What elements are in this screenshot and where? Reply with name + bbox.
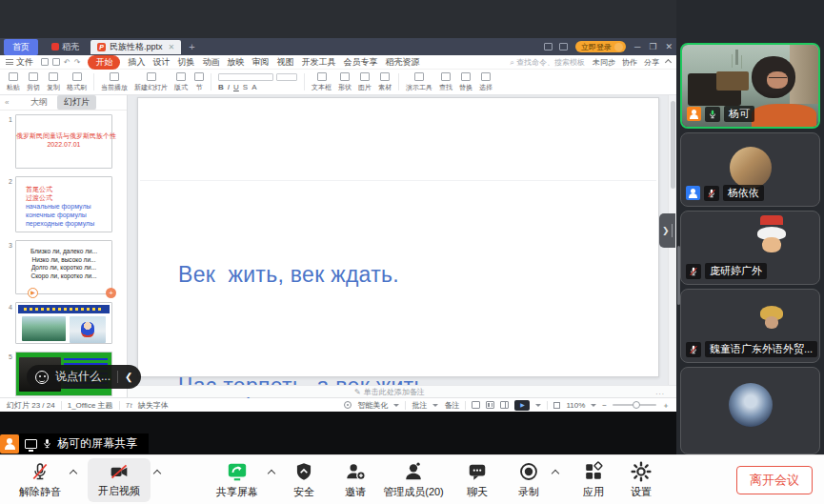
settings-button[interactable]: 设置 [621, 461, 661, 499]
apps-button[interactable]: 应用 [573, 461, 613, 499]
command-search-input[interactable]: ⌕ 查找命令、搜索模板 [510, 57, 585, 68]
invite-button[interactable]: 邀请 [335, 461, 375, 499]
layout-button[interactable]: 版式 [174, 72, 188, 92]
menu-insert[interactable]: 插入 [128, 56, 145, 69]
zoom-in-button[interactable]: ＋ [662, 400, 670, 411]
collapse-panel-icon[interactable]: « [5, 98, 9, 107]
menu-review[interactable]: 审阅 [251, 56, 269, 69]
zoom-out-button[interactable]: − [602, 401, 607, 410]
menu-slideshow[interactable]: 放映 [227, 56, 244, 69]
menu-design[interactable]: 设计 [152, 56, 170, 69]
redo-icon[interactable]: ↷ [74, 58, 81, 67]
unmute-button[interactable]: 解除静音 [13, 461, 67, 499]
undo-icon[interactable]: ↶ [64, 58, 70, 67]
menu-docer-res[interactable]: 稻壳资源 [385, 56, 419, 69]
play-dropdown-icon[interactable] [535, 404, 541, 407]
normal-view-icon[interactable] [472, 401, 480, 409]
quick-chat-bubble[interactable]: 说点什么... ❮ [27, 365, 141, 389]
assets-button[interactable]: 素材 [378, 72, 392, 92]
section-button[interactable]: 节 [194, 72, 204, 92]
fullscreen-icon[interactable] [553, 402, 560, 409]
current-slide[interactable]: Век жить, век ждать. Час терпеть, а век … [137, 97, 659, 377]
underline-button[interactable]: U [233, 83, 239, 91]
bold-button[interactable]: B [218, 83, 224, 91]
start-video-button[interactable]: 开启视频 [88, 458, 151, 502]
font-color-button[interactable]: A [251, 83, 256, 91]
play-current-button[interactable]: 当前播放 [101, 72, 128, 92]
participant-tile-yangyiyi[interactable]: 杨依依 [680, 132, 820, 207]
theme-name[interactable]: 1_Office 主题 [68, 400, 113, 411]
close-tab-icon[interactable]: ✕ [169, 43, 175, 51]
menu-devtools[interactable]: 开发工具 [301, 56, 335, 69]
participant-tile-weitongyu[interactable]: 魏童语广东外语外贸... [680, 289, 820, 363]
participant-tile-partial[interactable] [680, 367, 820, 454]
zoom-slider-knob[interactable] [633, 401, 640, 409]
textbox-button[interactable]: 文本框 [312, 72, 332, 92]
sidebar-collapse-handle[interactable]: ❯ [659, 213, 675, 248]
emoji-icon[interactable] [35, 371, 49, 384]
missing-font-label[interactable]: 缺失字体 [138, 400, 169, 411]
save-icon[interactable] [41, 58, 49, 66]
participant-tile-pangyanting[interactable]: 庞研婷广外 [680, 211, 820, 285]
leave-meeting-button[interactable]: 离开会议 [736, 466, 813, 494]
participant-tile-yangke[interactable]: 杨可 [680, 43, 820, 129]
italic-button[interactable]: I [228, 83, 230, 91]
add-slide-icon[interactable]: + [106, 288, 116, 298]
share-options-chevron[interactable] [268, 469, 275, 476]
menu-transition[interactable]: 切换 [177, 56, 194, 69]
format-painter-button[interactable]: 格式刷 [67, 72, 87, 92]
close-button[interactable]: ✕ [665, 42, 673, 51]
record-options-chevron[interactable] [552, 469, 559, 476]
security-button[interactable]: 安全 [284, 461, 324, 499]
new-tab-button[interactable]: + [189, 41, 194, 52]
layout-icon[interactable] [544, 43, 553, 50]
read-view-icon[interactable] [500, 401, 509, 409]
select-button[interactable]: 选择 [479, 72, 492, 92]
mic-options-chevron[interactable] [70, 469, 77, 476]
copy-button[interactable]: 复制 [47, 72, 60, 92]
tab-home[interactable]: 首页 [4, 39, 38, 55]
notes-bar[interactable]: ✎单击此处添加备注 ... [128, 385, 676, 397]
paste-button[interactable]: 粘贴 [7, 72, 20, 92]
chat-input-placeholder[interactable]: 说点什么... [55, 369, 111, 385]
replace-button[interactable]: 替换 [459, 72, 472, 92]
minimize-button[interactable]: ─ [634, 42, 640, 51]
share-button[interactable]: 分享 [644, 57, 659, 68]
picture-button[interactable]: 图片 [358, 72, 372, 92]
strike-button[interactable]: S [243, 83, 248, 91]
cut-button[interactable]: 剪切 [27, 72, 40, 92]
slideshow-play-button[interactable]: ▶ [514, 400, 530, 411]
shapes-button[interactable]: 形状 [338, 72, 352, 92]
zoom-slider[interactable] [613, 404, 656, 406]
chat-button[interactable]: 聊天 [457, 461, 497, 499]
login-button[interactable]: 立即登录 [575, 41, 626, 52]
slide-thumbnail-1[interactable]: 1 俄罗斯民间童话与俄罗斯民族个性 2022.07.01 [3, 114, 122, 169]
sorter-view-icon[interactable] [486, 401, 494, 409]
new-slide-button[interactable]: 新建幻灯片 [134, 72, 168, 92]
thumbnail-list[interactable]: 1 俄罗斯民间童话与俄罗斯民族个性 2022.07.01 2 首尾公式 过渡公式 [0, 111, 127, 397]
slide-thumbnail-4[interactable]: 4 [3, 302, 122, 344]
font-size-select[interactable] [276, 73, 297, 81]
print-icon[interactable] [52, 58, 60, 66]
slide-thumbnail-3[interactable]: 3 Близко ли, далеко ли... Низко ли, высо… [3, 240, 122, 294]
collapse-bubble-icon[interactable]: ❮ [125, 372, 132, 382]
video-options-chevron[interactable] [153, 469, 161, 476]
record-button[interactable]: 录制 [509, 461, 549, 499]
manage-members-button[interactable]: 管理成员(20) [377, 461, 450, 499]
collapse-ribbon-icon[interactable] [665, 58, 672, 65]
menu-member[interactable]: 会员专享 [343, 56, 377, 69]
sync-status[interactable]: 未同步 [593, 57, 615, 68]
slide-thumbnail-2[interactable]: 2 首尾公式 过渡公式 начальные формулы конечные ф… [3, 176, 122, 232]
tab-slides[interactable]: 幻灯片 [57, 95, 96, 110]
menu-view[interactable]: 视图 [276, 56, 293, 69]
menu-file[interactable]: 文件 [6, 56, 33, 69]
collaborate-button[interactable]: 协作 [622, 57, 637, 68]
restore-button[interactable]: ❐ [649, 42, 656, 51]
zoom-level[interactable]: 110% [566, 401, 585, 410]
tab-docer[interactable]: 稻壳 [44, 41, 87, 53]
menu-animation[interactable]: 动画 [202, 56, 219, 69]
present-tools-button[interactable]: 演示工具 [406, 72, 432, 92]
notes-more-icon[interactable]: ... [655, 388, 665, 396]
find-button[interactable]: 查找 [439, 72, 452, 92]
tab-document[interactable]: P 民族性格.pptx ✕ [90, 40, 181, 54]
